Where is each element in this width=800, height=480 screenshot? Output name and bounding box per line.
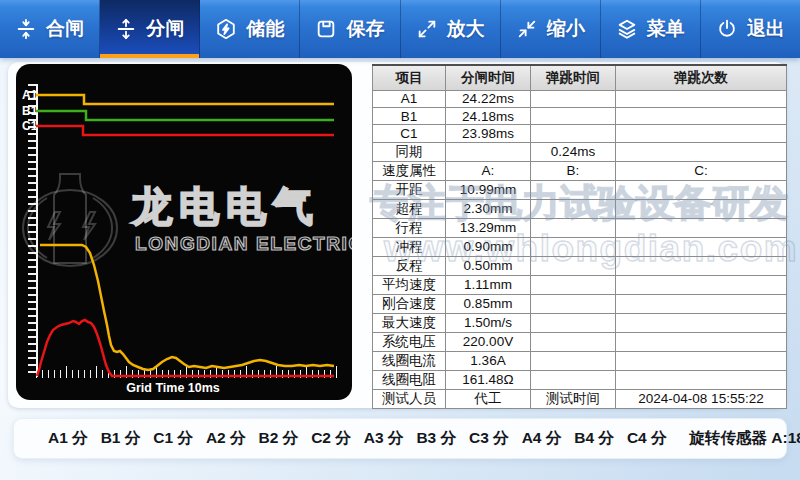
cell-value-1: 0.50mm xyxy=(446,256,531,275)
table-row: 线圈电流 1.36A xyxy=(373,351,787,370)
trace-label-c1: C1 xyxy=(22,120,37,132)
cell-value-1: 代工 xyxy=(446,389,531,408)
cell-value-3: C: xyxy=(616,161,787,180)
status-bar: A1 分 B1 分 C1 分 A2 分 B2 分 C2 分 A3 分 B3 分 … xyxy=(13,418,787,459)
table-row: 平均速度 1.11mm xyxy=(373,275,787,294)
trace-label-a1: A1 xyxy=(22,89,37,101)
table-row: 开距 10.99mm xyxy=(373,180,787,199)
cell-value-3 xyxy=(616,313,787,332)
cell-item-label: 线圈电阻 xyxy=(373,370,446,389)
status-item: C4 分 xyxy=(627,428,667,449)
cell-item-label: 冲程 xyxy=(373,237,446,256)
zoom-in-button[interactable]: 放大 xyxy=(401,0,501,58)
exit-button[interactable]: 退出 xyxy=(701,0,800,58)
table-header-row: 项目 分闸时间 弹跳时间 弹跳次数 xyxy=(373,65,787,90)
energy-storage-label: 储能 xyxy=(246,16,284,42)
zoom-out-button[interactable]: 缩小 xyxy=(501,0,601,58)
cell-value-1 xyxy=(446,142,531,161)
cell-value-2 xyxy=(531,351,616,370)
exit-label: 退出 xyxy=(747,16,785,42)
cell-value-2 xyxy=(531,370,616,389)
status-item: B4 分 xyxy=(574,428,614,449)
cell-value-2 xyxy=(531,332,616,351)
cell-value-1: 0.85mm xyxy=(446,294,531,313)
cell-value-1: 0.90mm xyxy=(446,237,531,256)
cell-value-2 xyxy=(531,294,616,313)
cell-value-1: A: xyxy=(446,161,531,180)
travel-curve xyxy=(40,245,334,370)
cell-value-3 xyxy=(616,125,787,142)
status-item: C3 分 xyxy=(469,428,509,449)
cell-item-label: 系统电压 xyxy=(373,332,446,351)
cell-value-3 xyxy=(616,180,787,199)
results-table: 项目 分闸时间 弹跳时间 弹跳次数 A1 24.22ms B1 24.18ms … xyxy=(372,64,787,409)
save-label: 保存 xyxy=(346,16,384,42)
cell-value-2 xyxy=(531,199,616,218)
status-item: B3 分 xyxy=(416,428,456,449)
cell-item-label: 开距 xyxy=(373,180,446,199)
energy-storage-button[interactable]: 储能 xyxy=(200,0,300,58)
table-row: A1 24.22ms xyxy=(373,90,787,107)
zoom-in-icon xyxy=(416,18,438,40)
cell-value-2 xyxy=(531,107,616,124)
cell-item-label: 行程 xyxy=(373,218,446,237)
cell-item-label: 同期 xyxy=(373,142,446,161)
status-item: C2 分 xyxy=(311,428,351,449)
cell-item-label: 平均速度 xyxy=(373,275,446,294)
cell-value-1: 23.98ms xyxy=(446,125,531,142)
cell-value-2 xyxy=(531,218,616,237)
cell-value-1: 10.99mm xyxy=(446,180,531,199)
status-item: A3 分 xyxy=(364,428,404,449)
cell-value-2: 测试时间 xyxy=(531,389,616,408)
cell-value-2 xyxy=(531,90,616,107)
trace-label-b1: B1 xyxy=(22,105,37,117)
open-switch-button[interactable]: 分闸 xyxy=(100,0,200,58)
trace-a1 xyxy=(36,95,334,104)
cell-value-1: 161.48Ω xyxy=(446,370,531,389)
waveform-traces xyxy=(16,64,352,400)
table-row: 同期 0.24ms xyxy=(373,142,787,161)
cell-value-1: 24.22ms xyxy=(446,90,531,107)
cell-value-2: B: xyxy=(531,161,616,180)
trace-b1 xyxy=(36,111,334,120)
zoom-out-icon xyxy=(516,18,538,40)
cell-value-1: 24.18ms xyxy=(446,107,531,124)
cell-value-1: 1.36A xyxy=(446,351,531,370)
menu-icon xyxy=(616,18,638,40)
status-item: B1 分 xyxy=(101,428,141,449)
cell-value-3 xyxy=(616,107,787,124)
waveform-panel: 龙电电气 LONGDIAN ELECTRIC A1 B1 C1 Grid Tim… xyxy=(16,64,352,400)
cell-item-label: 超程 xyxy=(373,199,446,218)
cell-value-1: 1.11mm xyxy=(446,275,531,294)
cell-item-label: B1 xyxy=(373,107,446,124)
cell-item-label: 测试人员 xyxy=(373,389,446,408)
table-row: 行程 13.29mm xyxy=(373,218,787,237)
cell-item-label: 速度属性 xyxy=(373,161,446,180)
cell-item-label: C1 xyxy=(373,125,446,142)
cell-value-1: 1.50m/s xyxy=(446,313,531,332)
table-row: 测试人员 代工 测试时间 2024-04-08 15:55:22 xyxy=(373,389,787,408)
cell-value-3 xyxy=(616,199,787,218)
cell-value-3 xyxy=(616,294,787,313)
cell-value-3 xyxy=(616,142,787,161)
cell-value-3 xyxy=(616,275,787,294)
menu-label: 菜单 xyxy=(647,16,685,42)
table-row: C1 23.98ms xyxy=(373,125,787,142)
table-row: 超程 2.30mm xyxy=(373,199,787,218)
cell-value-3 xyxy=(616,370,787,389)
cell-item-label: 刚合速度 xyxy=(373,294,446,313)
cell-value-2 xyxy=(531,125,616,142)
cell-item-label: A1 xyxy=(373,90,446,107)
menu-button[interactable]: 菜单 xyxy=(601,0,701,58)
zoom-in-label: 放大 xyxy=(447,16,485,42)
exit-power-icon xyxy=(716,18,738,40)
grid-time-label: Grid Time 10ms xyxy=(73,381,273,395)
status-item: A1 分 xyxy=(48,428,88,449)
col-header-item: 项目 xyxy=(373,65,446,90)
cell-item-label: 线圈电流 xyxy=(373,351,446,370)
status-item: 旋转传感器 A:188.4 xyxy=(690,428,800,449)
close-switch-button[interactable]: 合闸 xyxy=(0,0,100,58)
save-button[interactable]: 保存 xyxy=(300,0,400,58)
energy-storage-icon xyxy=(215,18,237,40)
cell-value-3 xyxy=(616,351,787,370)
